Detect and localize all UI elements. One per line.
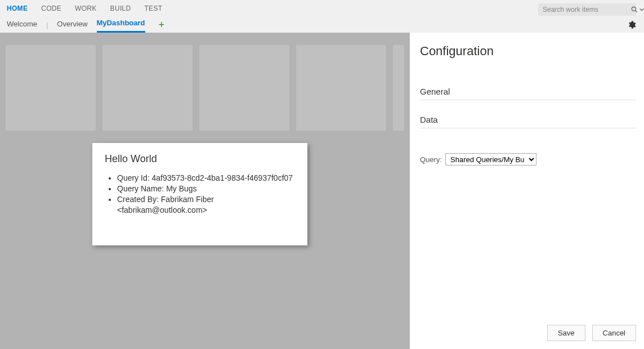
search-input[interactable]: [538, 3, 627, 16]
nav-home[interactable]: HOME: [7, 5, 28, 12]
subnav-mydashboard[interactable]: MyDashboard: [97, 17, 145, 33]
config-panel: Configuration General Data Query: Shared…: [410, 33, 644, 349]
section-data[interactable]: Data: [420, 115, 636, 128]
nav-code[interactable]: CODE: [41, 5, 61, 12]
widget-details-list: Query Id: 4af93573-8cd2-4ba1-9834-f46937…: [105, 173, 295, 216]
list-item: Query Name: My Bugs: [117, 184, 295, 194]
placeholder-tile[interactable]: [393, 45, 404, 131]
nav-build[interactable]: BUILD: [110, 5, 131, 12]
nav-work[interactable]: WORK: [75, 5, 97, 12]
query-label: Query:: [420, 155, 442, 164]
svg-point-0: [632, 7, 636, 11]
widget-card[interactable]: Hello World Query Id: 4af93573-8cd2-4ba1…: [92, 143, 307, 245]
chevron-down-icon[interactable]: [639, 7, 644, 12]
subnav-welcome[interactable]: Welcome: [7, 17, 37, 33]
main-area: Hello World Query Id: 4af93573-8cd2-4ba1…: [0, 33, 644, 349]
section-general[interactable]: General: [420, 87, 636, 100]
placeholder-tile[interactable]: [102, 45, 193, 131]
subnav-overview[interactable]: Overview: [57, 17, 87, 33]
nav-test[interactable]: TEST: [144, 5, 162, 12]
search-box[interactable]: [538, 3, 636, 16]
tile-row: [6, 45, 404, 131]
header-bar: HOME CODE WORK BUILD TEST Welcome | Over…: [0, 0, 644, 33]
dashboard-canvas: Hello World Query Id: 4af93573-8cd2-4ba1…: [0, 33, 410, 349]
list-item: Query Id: 4af93573-8cd2-4ba1-9834-f46937…: [117, 173, 295, 184]
separator: |: [46, 21, 48, 29]
gear-icon[interactable]: [627, 20, 636, 29]
nav-sub: Welcome | Overview MyDashboard +: [0, 17, 644, 33]
cancel-button[interactable]: Cancel: [592, 325, 636, 341]
placeholder-tile[interactable]: [6, 45, 96, 131]
query-select[interactable]: Shared Queries/My Bugs: [445, 153, 536, 165]
placeholder-tile[interactable]: [199, 45, 289, 131]
save-button[interactable]: Save: [547, 325, 585, 341]
add-tab-button[interactable]: +: [159, 20, 165, 30]
list-item: Created By: Fabrikam Fiber <fabrikam@out…: [117, 194, 295, 216]
search-icon[interactable]: [627, 6, 644, 14]
widget-title: Hello World: [105, 153, 295, 165]
query-row: Query: Shared Queries/My Bugs: [420, 153, 636, 165]
config-title: Configuration: [420, 44, 636, 59]
placeholder-tile[interactable]: [296, 45, 386, 131]
button-row: Save Cancel: [547, 325, 636, 341]
svg-line-1: [636, 11, 637, 12]
